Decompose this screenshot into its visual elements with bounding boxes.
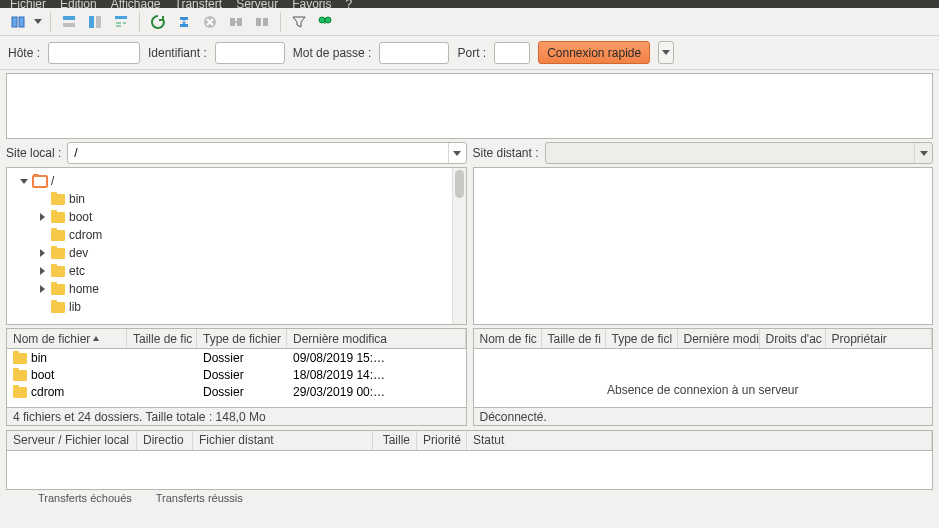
svg-point-17 xyxy=(325,17,331,23)
folder-icon xyxy=(33,176,47,187)
local-path-combo[interactable] xyxy=(67,142,466,164)
col-owner[interactable]: Propriétair xyxy=(826,329,933,348)
folder-icon xyxy=(51,194,65,205)
queue-col-local[interactable]: Serveur / Fichier local xyxy=(7,431,137,450)
queue-tab-failed[interactable]: Transferts échoués xyxy=(30,492,140,506)
remote-list-body[interactable]: Absence de connexion à un serveur xyxy=(473,348,934,408)
expand-icon[interactable] xyxy=(37,302,47,312)
col-type[interactable]: Type de ficl xyxy=(606,329,678,348)
password-input[interactable] xyxy=(379,42,449,64)
svg-rect-11 xyxy=(230,18,235,26)
scrollbar-thumb[interactable] xyxy=(7,400,466,408)
port-input[interactable] xyxy=(494,42,530,64)
queue-body[interactable] xyxy=(6,450,933,490)
menu-item[interactable]: Serveur xyxy=(236,0,278,8)
tree-item[interactable]: cdrom xyxy=(13,226,460,244)
reconnect-button[interactable] xyxy=(250,10,274,34)
col-size[interactable]: Taille de fi xyxy=(542,329,606,348)
local-file-list: Nom de fichier Taille de fic Type de fic… xyxy=(6,328,467,426)
queue-col-priority[interactable]: Priorité xyxy=(417,431,467,450)
col-name[interactable]: Nom de fic xyxy=(474,329,542,348)
host-input[interactable] xyxy=(48,42,140,64)
scrollbar[interactable] xyxy=(452,168,466,324)
toggle-log-button[interactable] xyxy=(57,10,81,34)
tree-item-label: cdrom xyxy=(69,228,102,242)
menu-item[interactable]: Affichage xyxy=(111,0,161,8)
tree-item[interactable]: home xyxy=(13,280,460,298)
local-tree-pane[interactable]: /binbootcdromdevetchomelib xyxy=(6,167,467,325)
scrollbar[interactable] xyxy=(7,400,466,408)
local-list-header[interactable]: Nom de fichier Taille de fic Type de fic… xyxy=(6,328,467,348)
disconnect-button[interactable] xyxy=(224,10,248,34)
remote-tree-pane[interactable] xyxy=(473,167,934,325)
expand-icon[interactable] xyxy=(37,194,47,204)
tree-item[interactable]: bin xyxy=(13,190,460,208)
expand-icon[interactable] xyxy=(37,284,47,294)
local-list-body[interactable]: binDossier09/08/2019 15:…bootDossier18/0… xyxy=(6,348,467,408)
menu-item[interactable]: Fichier xyxy=(10,0,46,8)
svg-rect-14 xyxy=(256,18,261,26)
col-type[interactable]: Type de fichier xyxy=(197,329,287,348)
local-path-input[interactable] xyxy=(68,143,447,163)
toggle-tree-button[interactable] xyxy=(83,10,107,34)
menu-item[interactable]: Favoris xyxy=(292,0,331,8)
col-size[interactable]: Taille de fic xyxy=(127,329,197,348)
tree-item[interactable]: dev xyxy=(13,244,460,262)
queue-header[interactable]: Serveur / Fichier local Directio Fichier… xyxy=(6,430,933,450)
tree-item[interactable]: lib xyxy=(13,298,460,316)
search-button[interactable] xyxy=(313,10,337,34)
tree-item[interactable]: / xyxy=(13,172,460,190)
cancel-button[interactable] xyxy=(198,10,222,34)
tree-item[interactable]: etc xyxy=(13,262,460,280)
col-date[interactable]: Dernière modi xyxy=(678,329,760,348)
queue-tab-queued[interactable] xyxy=(6,492,22,506)
quickconnect-bar: Hôte : Identifiant : Mot de passe : Port… xyxy=(0,36,939,70)
expand-icon[interactable] xyxy=(37,230,47,240)
user-input[interactable] xyxy=(215,42,285,64)
scrollbar-thumb[interactable] xyxy=(455,170,464,198)
quickconnect-history-dropdown[interactable] xyxy=(658,41,674,64)
col-name[interactable]: Nom de fichier xyxy=(7,329,127,348)
col-perms[interactable]: Droits d'ac xyxy=(760,329,826,348)
filter-button[interactable] xyxy=(287,10,311,34)
remote-empty-message: Absence de connexion à un serveur xyxy=(474,349,933,397)
process-queue-button[interactable] xyxy=(172,10,196,34)
cell-name: boot xyxy=(7,368,127,382)
remote-list-header[interactable]: Nom de fic Taille de fi Type de ficl Der… xyxy=(473,328,934,348)
tree-item-label: / xyxy=(51,174,54,188)
queue-col-status[interactable]: Statut xyxy=(467,431,932,450)
expand-icon[interactable] xyxy=(37,212,47,222)
expand-icon[interactable] xyxy=(37,266,47,276)
tree-item[interactable]: boot xyxy=(13,208,460,226)
refresh-button[interactable] xyxy=(146,10,170,34)
message-log[interactable] xyxy=(6,73,933,139)
expand-icon[interactable] xyxy=(37,248,47,258)
queue-col-remote[interactable]: Fichier distant xyxy=(193,431,373,450)
folder-icon xyxy=(13,387,27,398)
remote-list-footer: Déconnecté. xyxy=(473,408,934,426)
queue-tabs: Transferts échoués Transferts réussis xyxy=(6,490,933,506)
list-row[interactable]: binDossier09/08/2019 15:… xyxy=(7,349,466,366)
local-path-dropdown[interactable] xyxy=(448,143,466,163)
list-row[interactable]: cdromDossier29/03/2019 00:… xyxy=(7,383,466,400)
tree-item-label: lib xyxy=(69,300,81,314)
svg-rect-12 xyxy=(237,18,242,26)
queue-col-size[interactable]: Taille xyxy=(373,431,417,450)
list-row[interactable]: bootDossier18/08/2019 14:… xyxy=(7,366,466,383)
site-manager-dropdown[interactable] xyxy=(32,10,44,34)
tree-item-label: home xyxy=(69,282,99,296)
col-date[interactable]: Dernière modifica xyxy=(287,329,466,348)
queue-tab-ok[interactable]: Transferts réussis xyxy=(148,492,251,506)
main-toolbar xyxy=(0,8,939,36)
svg-rect-0 xyxy=(12,17,17,27)
expand-icon[interactable] xyxy=(19,176,29,186)
menu-item[interactable]: Édition xyxy=(60,0,97,8)
quickconnect-button[interactable]: Connexion rapide xyxy=(538,41,650,64)
menu-item[interactable]: ? xyxy=(346,0,353,8)
remote-path-dropdown xyxy=(914,143,932,163)
site-manager-button[interactable] xyxy=(6,10,30,34)
folder-icon xyxy=(51,212,65,223)
toggle-queue-button[interactable] xyxy=(109,10,133,34)
queue-col-dir[interactable]: Directio xyxy=(137,431,193,450)
menu-item[interactable]: Transfert xyxy=(175,0,223,8)
